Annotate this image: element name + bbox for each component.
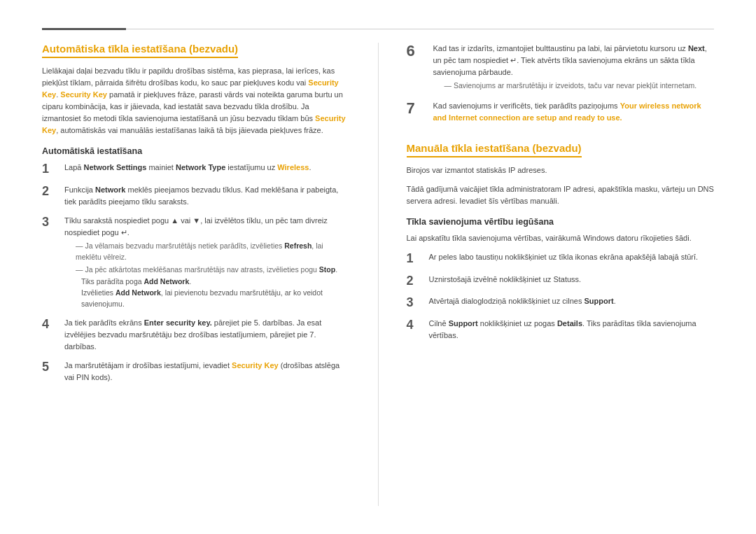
note-refresh: Ja vēlamais bezvadu maršrutētājs netiek … xyxy=(76,241,350,263)
page: Automātiska tīkla iestatīšana (bezvadu) … xyxy=(0,0,756,534)
tikla-subheading: Tīkla savienojuma vērtību iegūšana xyxy=(407,217,715,227)
spacer xyxy=(407,131,715,142)
bold-support: Support xyxy=(584,297,613,305)
step-content: Ar peles labo taustiņu noklikšķiniet uz … xyxy=(429,251,715,263)
step-content: Uznirstošajā izvēlnē noklikšķiniet uz St… xyxy=(429,274,715,286)
note-add-network-2: Izvēlieties Add Network, lai pievienotu … xyxy=(81,288,350,310)
right-column: 6 Kad tas ir izdarīts, izmantojiet bultt… xyxy=(378,43,715,506)
top-rule xyxy=(42,28,714,30)
step-number: 7 xyxy=(407,100,426,117)
bold-details: Details xyxy=(557,319,582,328)
two-col-layout: Automātiska tīkla iestatīšana (bezvadu) … xyxy=(42,43,714,506)
bold-wireless: Wireless xyxy=(277,163,309,171)
step-content: Ja maršrutētājam ir drošības iestatījumi… xyxy=(64,360,350,384)
list-item: 1 Lapā Network Settings mainiet Network … xyxy=(42,162,350,177)
list-item: 6 Kad tas ir izdarīts, izmantojiet bultt… xyxy=(407,43,715,93)
auto-setup-subheading: Automātiskā iestatīšana xyxy=(42,146,350,156)
note-stop: Ja pēc atkārtotas meklēšanas maršrutētāj… xyxy=(76,265,350,276)
bold-wireless-ready: Your wireless network and Internet conne… xyxy=(433,101,701,122)
list-item: 7 Kad savienojums ir verificēts, tiek pa… xyxy=(407,100,715,124)
list-item: 4 Ja tiek parādīts ekrāns Enter security… xyxy=(42,317,350,353)
step-content: Kad tas ir izdarīts, izmantojiet bulttau… xyxy=(433,43,715,93)
bold-stop: Stop xyxy=(319,265,335,274)
list-item: 4 Cilnē Support noklikšķiniet uz pogas D… xyxy=(407,318,715,342)
step-content: Ja tiek parādīts ekrāns Enter security k… xyxy=(64,317,350,353)
intro-paragraph: Lielākajai daļai bezvadu tīklu ir papild… xyxy=(42,65,350,136)
intro2a: Birojos var izmantot statiskās IP adrese… xyxy=(407,164,715,176)
intro-text-4: , automātiskās vai manuālās iestatīšanas… xyxy=(56,126,323,134)
tikla-intro: Lai apskatītu tīkla savienojuma vērtības… xyxy=(407,232,715,244)
step3-notes: Ja vēlamais bezvadu maršrutētājs netiek … xyxy=(76,241,350,310)
bold-network-type: Network Type xyxy=(176,163,225,171)
bold-network: Network xyxy=(95,185,125,194)
step-content: Kad savienojums ir verificēts, tiek parā… xyxy=(433,100,715,124)
right-steps-list: 6 Kad tas ir izdarīts, izmantojiet bultt… xyxy=(407,43,715,124)
step-number: 1 xyxy=(407,251,424,267)
note-connection: Savienojums ar maršrutētāju ir izveidots… xyxy=(444,80,715,92)
list-item: 2 Uznirstošajā izvēlnē noklikšķiniet uz … xyxy=(407,274,715,289)
list-item: 3 Atvērtajā dialoglodziņā noklikšķiniet … xyxy=(407,295,715,311)
bold-refresh: Refresh xyxy=(284,241,312,250)
bold-network-settings: Network Settings xyxy=(84,163,147,171)
rule-dark xyxy=(42,28,126,30)
list-item: 3 Tīklu sarakstā nospiediet pogu ▲ vai ▼… xyxy=(42,215,350,310)
intro2b: Tādā gadījumā vaicājiet tīkla administra… xyxy=(407,183,715,207)
step-number: 3 xyxy=(407,295,424,311)
list-item: 1 Ar peles labo taustiņu noklikšķiniet u… xyxy=(407,251,715,267)
bold-support-2: Support xyxy=(449,319,478,328)
left-column: Automātiska tīkla iestatīšana (bezvadu) … xyxy=(42,43,350,506)
step-content: Funkcija Network meklēs pieejamos bezvad… xyxy=(64,184,350,208)
step-content: Tīklu sarakstā nospiediet pogu ▲ vai ▼, … xyxy=(64,215,350,310)
list-item: 5 Ja maršrutētājam ir drošības iestatīju… xyxy=(42,360,350,384)
step-number: 6 xyxy=(407,43,426,59)
bold-add-network-2: Add Network xyxy=(115,288,161,297)
step-number: 4 xyxy=(42,317,59,332)
step-content: Lapā Network Settings mainiet Network Ty… xyxy=(64,162,350,174)
step-number: 2 xyxy=(42,184,59,199)
bold-enter-security-key: Enter security key. xyxy=(144,318,212,327)
right-main-title: Manuāla tīkla iestatīšana (bezvadu) xyxy=(407,142,582,157)
step-number: 1 xyxy=(42,162,59,177)
left-main-title: Automātiska tīkla iestatīšana (bezvadu) xyxy=(42,43,238,58)
intro-bold-2: Security Key xyxy=(60,90,107,99)
step-number: 5 xyxy=(42,360,59,375)
tikla-steps-list: 1 Ar peles labo taustiņu noklikšķiniet u… xyxy=(407,251,715,342)
note-add-network-1: Tiks parādīta poga Add Network. xyxy=(81,276,350,288)
intro-text-1: Lielākajai daļai bezvadu tīklu ir papild… xyxy=(42,66,335,87)
step-content: Atvērtajā dialoglodziņā noklikšķiniet uz… xyxy=(429,295,715,307)
bold-add-network: Add Network xyxy=(144,277,190,286)
rule-light xyxy=(126,29,714,29)
step-number: 2 xyxy=(407,274,424,289)
step-number: 3 xyxy=(42,215,59,230)
bold-next: Next xyxy=(688,44,705,52)
left-steps-list: 1 Lapā Network Settings mainiet Network … xyxy=(42,162,350,384)
step-number: 4 xyxy=(407,318,424,333)
list-item: 2 Funkcija Network meklēs pieejamos bezv… xyxy=(42,184,350,208)
bold-security-key: Security Key xyxy=(232,361,279,370)
step-content: Cilnē Support noklikšķiniet uz pogas Det… xyxy=(429,318,715,342)
step6-note: Savienojums ar maršrutētāju ir izveidots… xyxy=(444,80,715,92)
